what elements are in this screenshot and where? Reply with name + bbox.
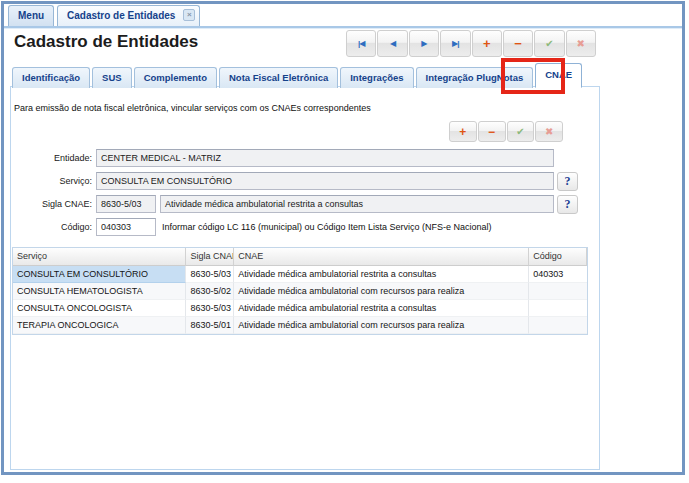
nav-last-button[interactable]: ▶| <box>440 30 470 57</box>
remove-record-button[interactable]: − <box>503 30 533 57</box>
entidade-label: Entidade: <box>10 149 92 167</box>
servico-label: Serviço: <box>10 172 92 190</box>
plus-icon: + <box>459 125 466 139</box>
record-toolbar: |◀ ◀ ▶ ▶| + − ✔ ✖ <box>346 30 596 57</box>
page-title: Cadastro de Entidades <box>14 32 198 52</box>
add-record-button[interactable]: + <box>472 30 502 57</box>
column-header-sigla-cnae[interactable]: Sigla CNAE <box>186 248 234 266</box>
cell-servico[interactable]: TERAPIA ONCOLOGICA <box>13 317 186 334</box>
sigla-cnae-description-field[interactable]: Atividade médica ambulatorial restrita a… <box>160 195 554 213</box>
sigla-cnae-help-button[interactable]: ? <box>557 195 578 214</box>
top-tab-cadastro-label: Cadastro de Entidades <box>67 10 175 21</box>
confirm-record-button[interactable]: ✔ <box>534 30 564 57</box>
minus-icon: − <box>514 36 522 51</box>
top-tab-menu-label: Menu <box>18 10 44 21</box>
cell-sigla[interactable]: 8630-5/02 <box>186 283 234 300</box>
nav-first-button[interactable]: |◀ <box>346 30 376 57</box>
column-header-cnae[interactable]: CNAE <box>234 248 529 266</box>
cell-sigla[interactable]: 8630-5/01 <box>186 317 234 334</box>
codigo-field[interactable]: 040303 <box>96 218 156 236</box>
top-tab-menu[interactable]: Menu <box>8 5 54 26</box>
entidade-field[interactable]: CENTER MEDICAL - MATRIZ <box>96 149 554 167</box>
plus-icon: + <box>483 36 491 51</box>
sigla-cnae-label: Sigla CNAE: <box>10 195 92 213</box>
tab-nota-fiscal-eletronica[interactable]: Nota Fiscal Eletrônica <box>219 67 338 88</box>
codigo-hint: Informar código LC 116 (municipal) ou Có… <box>162 218 491 236</box>
servico-help-button[interactable]: ? <box>557 172 578 191</box>
tab-integracoes[interactable]: Integrações <box>340 67 413 88</box>
remove-cnae-button[interactable]: − <box>478 121 506 142</box>
cell-cnae[interactable]: Atividade médica ambulatorial restrita a… <box>234 300 529 317</box>
cell-codigo[interactable] <box>529 317 587 334</box>
table-row[interactable]: CONSULTA HEMATOLOGISTA 8630-5/02 Ativida… <box>13 283 587 300</box>
cell-cnae[interactable]: Atividade médica ambulatorial com recurs… <box>234 283 529 300</box>
tab-identificacao[interactable]: Identificação <box>12 67 90 88</box>
nav-next-button[interactable]: ▶ <box>409 30 439 57</box>
check-icon: ✔ <box>545 38 553 49</box>
column-header-servico[interactable]: Serviço <box>13 248 186 266</box>
minus-icon: − <box>488 125 495 139</box>
cell-sigla[interactable]: 8630-5/03 <box>186 300 234 317</box>
entity-tabbar: Identificação SUS Complemento Nota Fisca… <box>12 63 584 88</box>
cnae-grid: Serviço Sigla CNAE CNAE Código CONSULTA … <box>12 247 588 335</box>
close-tab-icon[interactable]: × <box>183 9 195 21</box>
cancel-cnae-button[interactable]: ✖ <box>535 121 563 142</box>
cancel-record-button[interactable]: ✖ <box>566 30 596 57</box>
cnae-toolbar: + − ✔ ✖ <box>449 121 563 142</box>
nav-last-icon: ▶| <box>452 39 458 48</box>
top-tab-cadastro-entidades[interactable]: Cadastro de Entidades × <box>57 5 200 26</box>
table-row[interactable]: TERAPIA ONCOLOGICA 8630-5/01 Atividade m… <box>13 317 587 334</box>
cell-codigo[interactable] <box>529 283 587 300</box>
tab-cnae[interactable]: CNAE <box>535 63 582 88</box>
tabstrip-divider <box>4 26 685 29</box>
table-row[interactable]: CONSULTA ONCOLOGISTA 8630-5/03 Atividade… <box>13 300 587 317</box>
confirm-cnae-button[interactable]: ✔ <box>507 121 535 142</box>
tab-sus[interactable]: SUS <box>92 67 132 88</box>
table-row[interactable]: CONSULTA EM CONSULTÓRIO 8630-5/03 Ativid… <box>13 266 587 283</box>
cell-codigo[interactable] <box>529 300 587 317</box>
column-header-codigo[interactable]: Código <box>529 248 587 266</box>
nav-prev-button[interactable]: ◀ <box>377 30 407 57</box>
sigla-cnae-code-field[interactable]: 8630-5/03 <box>96 195 156 213</box>
tab-integracao-plugnotas[interactable]: Integração PlugNotas <box>416 67 534 88</box>
x-icon: ✖ <box>577 38 585 49</box>
nav-prev-icon: ◀ <box>390 39 395 48</box>
cell-servico[interactable]: CONSULTA HEMATOLOGISTA <box>13 283 186 300</box>
cell-cnae[interactable]: Atividade médica ambulatorial com recurs… <box>234 317 529 334</box>
servico-field[interactable]: CONSULTA EM CONSULTÓRIO <box>96 172 554 190</box>
add-cnae-button[interactable]: + <box>449 121 477 142</box>
codigo-label: Código: <box>10 218 92 236</box>
nav-next-icon: ▶ <box>421 39 426 48</box>
grid-header-row: Serviço Sigla CNAE CNAE Código <box>13 248 587 266</box>
cell-servico[interactable]: CONSULTA EM CONSULTÓRIO <box>13 266 186 283</box>
cell-sigla[interactable]: 8630-5/03 <box>186 266 234 283</box>
x-icon: ✖ <box>545 126 553 137</box>
nav-first-icon: |◀ <box>358 39 364 48</box>
cell-cnae[interactable]: Atividade médica ambulatorial restrita a… <box>234 266 529 283</box>
tab-complemento[interactable]: Complemento <box>134 67 217 88</box>
cell-codigo[interactable]: 040303 <box>529 266 587 283</box>
check-icon: ✔ <box>516 126 524 137</box>
cell-servico[interactable]: CONSULTA ONCOLOGISTA <box>13 300 186 317</box>
panel-description: Para emissão de nota fiscal eletrônica, … <box>14 103 371 113</box>
